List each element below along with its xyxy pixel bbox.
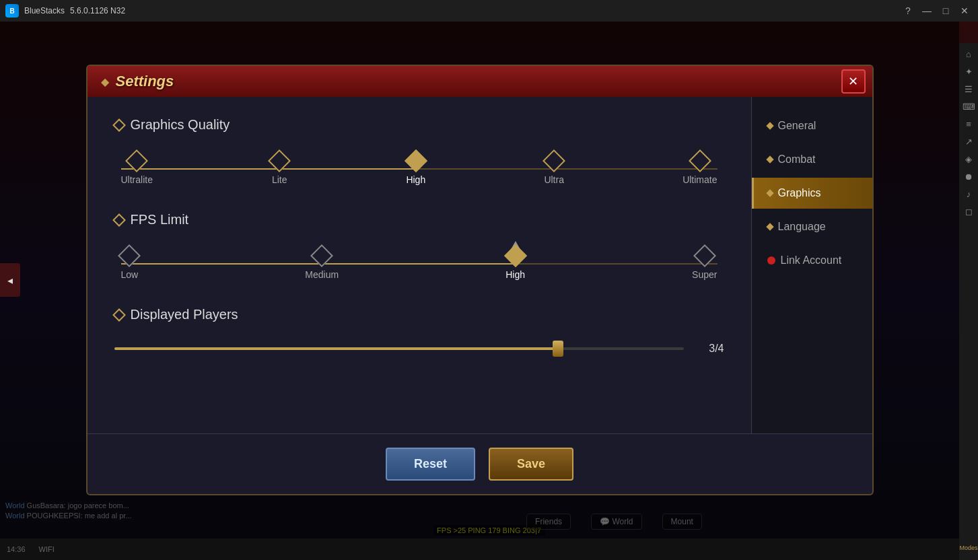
window-controls: ? — □ ✕ <box>900 3 973 19</box>
general-tab-icon <box>766 122 773 129</box>
maximize-button[interactable]: □ <box>938 3 954 19</box>
fps-limit-label: FPS Limit <box>131 212 189 228</box>
bs-star-icon[interactable]: ✦ <box>960 63 977 79</box>
fps-diamond-super <box>693 244 716 267</box>
modal-overlay: ◂ ◆ Settings ✕ Graphics Quality <box>0 22 959 538</box>
fps-medium[interactable]: Medium <box>305 248 339 280</box>
players-slider-fill <box>114 347 559 350</box>
quality-track: Ultralite Lite High Ultra <box>114 153 724 185</box>
bs-modes-icon[interactable]: ◻ <box>960 203 977 219</box>
quality-ultimate[interactable]: Ultimate <box>683 153 717 185</box>
quality-track-filled <box>121 168 419 170</box>
tab-general[interactable]: General <box>752 110 872 141</box>
fps-track-line <box>121 263 718 265</box>
settings-main-content: Graphics Quality Ultralite L <box>88 97 751 433</box>
graphics-quality-heading: Graphics Quality <box>114 117 724 133</box>
fps-low[interactable]: Low <box>121 248 139 280</box>
settings-body: Graphics Quality Ultralite L <box>88 97 872 433</box>
bs-volume-icon[interactable]: ♪ <box>960 186 977 202</box>
fps-label-super: Super <box>692 269 717 280</box>
settings-header: ◆ Settings ✕ <box>88 66 872 97</box>
network-status: WIFI <box>39 545 55 553</box>
save-button[interactable]: Save <box>489 448 573 481</box>
tab-combat-label: Combat <box>778 153 816 166</box>
fps-heading-diamond-icon <box>112 213 126 227</box>
fps-track: Low Medium High <box>114 248 724 280</box>
status-bar: 14:36 WIFI <box>0 538 959 560</box>
combat-tab-icon <box>766 155 773 163</box>
tab-graphics[interactable]: Graphics <box>752 178 872 209</box>
bs-share-icon[interactable]: ↗ <box>960 133 977 149</box>
bs-record-icon[interactable]: ⏺ <box>960 168 977 184</box>
tab-graphics-label: Graphics <box>778 187 821 199</box>
quality-label-high: High <box>406 174 425 185</box>
fps-diamond-high <box>504 244 527 267</box>
settings-close-button[interactable]: ✕ <box>841 69 866 94</box>
reset-button[interactable]: Reset <box>386 448 475 481</box>
tab-language-label: Language <box>778 221 826 233</box>
clock: 14:36 <box>7 545 26 553</box>
bs-list-icon[interactable]: ≡ <box>960 116 977 132</box>
bs-menu-icon[interactable]: ☰ <box>960 81 977 97</box>
quality-diamond-ultralite <box>125 149 148 172</box>
settings-title: Settings <box>116 73 174 90</box>
link-account-indicator-icon <box>767 256 775 265</box>
quality-label-lite: Lite <box>272 174 287 185</box>
bs-home-icon[interactable]: ⌂ <box>960 46 977 62</box>
tab-combat[interactable]: Combat <box>752 144 872 175</box>
fps-label-low: Low <box>121 269 139 280</box>
language-tab-icon <box>766 223 773 230</box>
displayed-players-label: Displayed Players <box>131 307 238 322</box>
displayed-players-heading: Displayed Players <box>114 307 724 322</box>
tab-link-account[interactable]: Link Account <box>752 245 872 276</box>
quality-label-ultimate: Ultimate <box>683 174 717 185</box>
players-slider-track[interactable] <box>114 347 684 350</box>
game-area: ⌂ ✦ ☰ ⌨ ≡ ↗ ◈ ⏺ ♪ ◻ Modes 14:36 WIFI FPS… <box>0 22 978 560</box>
back-arrow[interactable]: ◂ <box>0 263 20 297</box>
header-decoration-left: ◆ <box>101 75 109 88</box>
players-slider-container: 3/4 <box>114 343 724 355</box>
tab-general-label: General <box>778 120 816 132</box>
players-heading-diamond-icon <box>112 308 126 322</box>
tab-link-account-label: Link Account <box>781 254 842 267</box>
quality-diamond-lite <box>268 149 291 172</box>
quality-lite[interactable]: Lite <box>271 153 287 185</box>
settings-footer: Reset Save <box>88 433 872 494</box>
bluestacks-sidebar: ⌂ ✦ ☰ ⌨ ≡ ↗ ◈ ⏺ ♪ ◻ Modes <box>959 43 978 560</box>
heading-diamond-icon <box>112 118 126 132</box>
fps-high[interactable]: High <box>505 248 525 280</box>
fps-diamond-medium <box>310 244 333 267</box>
help-button[interactable]: ? <box>900 3 916 19</box>
fps-limit-heading: FPS Limit <box>114 212 724 228</box>
app-logo: B <box>5 4 19 18</box>
quality-ultra[interactable]: Ultra <box>544 153 564 185</box>
fps-super[interactable]: Super <box>692 248 717 280</box>
fps-diamond-low <box>118 244 141 267</box>
title-bar: B BlueStacks 5.6.0.1126 N32 ? — □ ✕ <box>0 0 978 22</box>
fps-label-high: High <box>505 269 525 280</box>
close-window-button[interactable]: ✕ <box>956 3 973 19</box>
fps-label-medium: Medium <box>305 269 339 280</box>
settings-dialog: ◆ Settings ✕ Graphics Quality <box>86 65 874 495</box>
quality-high[interactable]: High <box>406 153 425 185</box>
quality-diamond-ultra <box>543 149 565 172</box>
bs-keyboard-icon[interactable]: ⌨ <box>960 98 977 114</box>
players-slider-value: 3/4 <box>697 343 724 355</box>
quality-ultralite[interactable]: Ultralite <box>121 153 153 185</box>
settings-tabs: General Combat Graphics Language <box>751 97 872 433</box>
quality-label-ultra: Ultra <box>544 174 564 185</box>
app-name: BlueStacks <box>24 6 65 15</box>
graphics-tab-icon <box>766 189 773 197</box>
minimize-button[interactable]: — <box>919 3 935 19</box>
modes-label: Modes <box>960 541 977 557</box>
bs-camera-icon[interactable]: ◈ <box>960 151 977 167</box>
quality-diamond-ultimate <box>689 149 711 172</box>
quality-diamond-high <box>405 149 427 172</box>
graphics-quality-label: Graphics Quality <box>131 117 230 133</box>
tab-language[interactable]: Language <box>752 211 872 242</box>
app-version: 5.6.0.1126 N32 <box>70 6 125 15</box>
quality-label-ultralite: Ultralite <box>121 174 153 185</box>
players-slider-thumb[interactable] <box>553 341 563 357</box>
